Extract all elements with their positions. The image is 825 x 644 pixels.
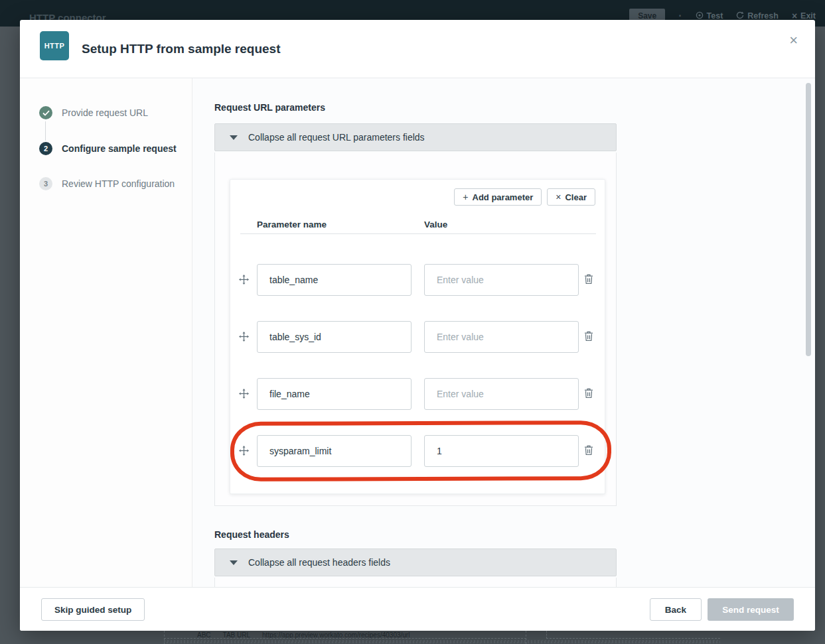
- table-column-headers: Parameter name Value: [240, 220, 596, 234]
- test-label: Test: [707, 11, 723, 21]
- modal-body: Provide request URL 2 Configure sample r…: [20, 78, 815, 587]
- drag-handle-icon[interactable]: [239, 446, 249, 458]
- param-row: [230, 321, 606, 353]
- step-number: 2: [39, 142, 52, 155]
- step-connector-line: [45, 121, 46, 141]
- collapse-label: Collapse all request URL parameters fiel…: [248, 132, 425, 143]
- headers-panel: [214, 578, 617, 587]
- plus-icon: +: [463, 192, 468, 202]
- back-button[interactable]: Back: [650, 598, 702, 621]
- x-icon: ×: [556, 192, 561, 202]
- step-provide-request-url[interactable]: Provide request URL: [39, 106, 148, 119]
- param-name-input[interactable]: [257, 378, 412, 410]
- clear-label: Clear: [565, 192, 587, 202]
- param-name-input[interactable]: [257, 435, 412, 467]
- chevron-down-icon: [230, 560, 238, 565]
- url-params-panel: + Add parameter × Clear Parameter name V…: [214, 153, 617, 506]
- hatch-strip: [164, 640, 720, 643]
- dashed-line: [164, 638, 526, 639]
- modal-title: Setup HTTP from sample request: [82, 42, 281, 56]
- param-value-input[interactable]: [424, 378, 579, 410]
- step-number: 3: [39, 177, 52, 190]
- param-row: [230, 378, 606, 410]
- url-params-card: + Add parameter × Clear Parameter name V…: [230, 179, 605, 494]
- param-value-input[interactable]: [424, 435, 579, 467]
- dashed-line: [546, 638, 720, 639]
- main-content: Request URL parameters Collapse all requ…: [192, 78, 815, 587]
- step-label: Configure sample request: [62, 143, 177, 154]
- column-value: Value: [424, 220, 447, 233]
- param-rows: [230, 234, 606, 467]
- column-parameter-name: Parameter name: [257, 220, 424, 233]
- collapse-headers-bar[interactable]: Collapse all request headers fields: [214, 548, 617, 576]
- param-name-input[interactable]: [257, 264, 412, 296]
- param-row: [230, 435, 606, 467]
- param-value-input[interactable]: [424, 264, 579, 296]
- refresh-label: Refresh: [747, 11, 779, 21]
- drag-handle-icon[interactable]: [239, 275, 249, 287]
- collapse-url-params-bar[interactable]: Collapse all request URL parameters fiel…: [214, 123, 617, 151]
- trash-icon[interactable]: [584, 445, 593, 458]
- step-label: Review HTTP configuration: [62, 178, 175, 189]
- http-connector-icon: HTTP: [40, 31, 69, 60]
- clear-button[interactable]: × Clear: [547, 188, 595, 206]
- chevron-down-icon: [230, 135, 238, 140]
- send-request-button[interactable]: Send request: [708, 598, 794, 621]
- step-configure-sample-request[interactable]: 2 Configure sample request: [39, 142, 177, 155]
- exit-button[interactable]: × Exit: [792, 11, 816, 21]
- setup-http-modal: HTTP Setup HTTP from sample request × Pr…: [20, 20, 815, 631]
- modal-footer: Skip guided setup Back Send request: [20, 587, 815, 631]
- check-icon: [39, 106, 52, 119]
- param-value-input[interactable]: [424, 321, 579, 353]
- collapse-label: Collapse all request headers fields: [248, 557, 390, 568]
- add-parameter-button[interactable]: + Add parameter: [454, 188, 542, 206]
- exit-label: Exit: [800, 11, 816, 21]
- close-icon[interactable]: ×: [789, 32, 798, 49]
- drag-handle-icon[interactable]: [239, 332, 249, 344]
- drag-handle-icon[interactable]: [239, 389, 249, 401]
- param-row: [230, 264, 606, 296]
- add-parameter-label: Add parameter: [473, 192, 534, 202]
- trash-icon[interactable]: [584, 274, 593, 287]
- steps-sidebar: Provide request URL 2 Configure sample r…: [20, 78, 192, 587]
- step-review-http-configuration[interactable]: 3 Review HTTP configuration: [39, 177, 175, 190]
- exit-icon: ×: [792, 13, 797, 19]
- request-headers-heading: Request headers: [214, 529, 289, 540]
- trash-icon[interactable]: [584, 331, 593, 344]
- modal-header: HTTP Setup HTTP from sample request ×: [20, 20, 815, 78]
- scrollbar-thumb[interactable]: [806, 83, 811, 356]
- step-label: Provide request URL: [62, 107, 148, 118]
- card-actions: + Add parameter × Clear: [454, 188, 595, 206]
- trash-icon[interactable]: [584, 388, 593, 401]
- param-name-input[interactable]: [257, 321, 412, 353]
- url-params-heading: Request URL parameters: [214, 102, 325, 113]
- skip-guided-setup-button[interactable]: Skip guided setup: [41, 598, 145, 621]
